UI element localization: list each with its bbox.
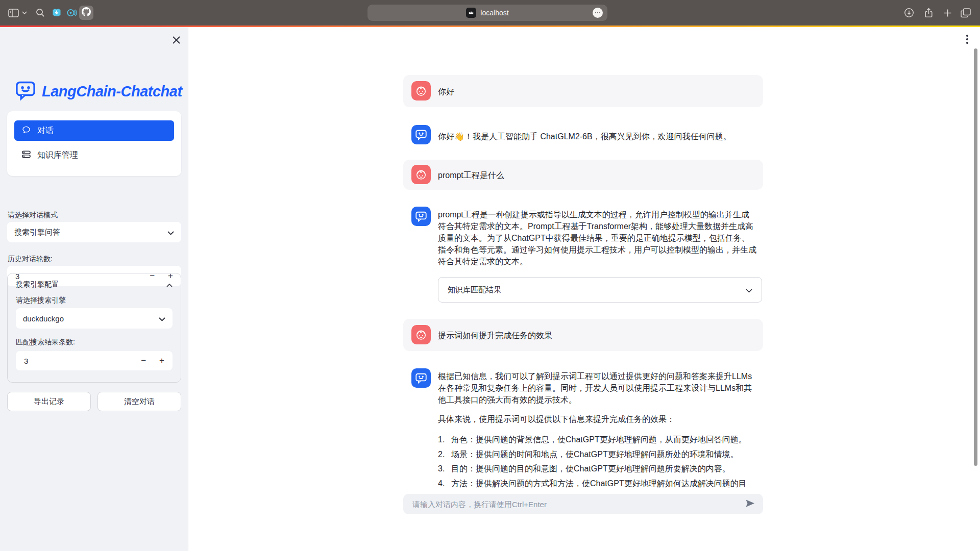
app-logo: LangChain-Chatchat: [14, 80, 182, 103]
search-engine-label: 请选择搜索引擎: [16, 296, 66, 305]
user-avatar-icon: [411, 81, 431, 101]
message-paragraph: 具体来说，使用提示词可以提供以下信息来提升完成任务的效果：: [438, 413, 757, 425]
list-item-number: 3.: [438, 463, 451, 474]
expander-title: 搜索引擎配置: [16, 280, 59, 289]
extension-download-button[interactable]: [50, 0, 63, 26]
expander-header[interactable]: 搜索引擎配置: [8, 273, 181, 296]
browser-window: localhost: [0, 0, 980, 551]
search-engine-value: duckduckgo: [23, 314, 64, 323]
search-button[interactable]: [34, 0, 47, 26]
send-icon: [745, 499, 755, 509]
search-engine-config-expander: 搜索引擎配置 请选择搜索引擎 duckduckgo 匹配搜索结果条数: 3 − …: [7, 273, 181, 383]
dialogue-mode-value: 搜索引擎问答: [14, 228, 60, 237]
chat-input-area: [188, 489, 980, 551]
tab-overview-icon: [961, 8, 971, 18]
logo-text: LangChain-Chatchat: [42, 83, 182, 100]
chat-input[interactable]: [411, 499, 740, 509]
message-text: prompt工程是一种创建提示或指导以生成文本的过程，允许用户控制模型的输出并生…: [438, 209, 757, 267]
send-button[interactable]: [745, 499, 755, 509]
tab-overview-button[interactable]: [959, 0, 973, 26]
sidebar-toggle-icon: [8, 9, 19, 17]
dialogue-mode-label: 请选择对话模式: [8, 211, 58, 220]
chat-history: 你好 你好👋！我是人工智能助手 ChatGLM2-6B，很高兴见到你，欢迎问我任…: [403, 27, 763, 551]
address-bar[interactable]: localhost: [368, 5, 607, 21]
nav-item-dialogue[interactable]: 对话: [14, 120, 174, 141]
chat-bubble-icon: [21, 125, 31, 137]
nav-menu: 对话 知识库管理: [7, 111, 181, 176]
extension-download-icon: [52, 8, 62, 18]
list-item-number: 1.: [438, 434, 451, 445]
search-engine-select[interactable]: duckduckgo: [16, 308, 173, 329]
new-tab-icon: [943, 9, 952, 17]
expander-label: 知识库匹配结果: [448, 285, 501, 295]
chat-input-box[interactable]: [403, 494, 763, 514]
chevron-down-icon: [22, 11, 27, 14]
share-icon: [924, 8, 934, 18]
dialogue-mode-select[interactable]: 搜索引擎问答: [7, 222, 181, 242]
kb-match-results-expander[interactable]: 知识库匹配结果: [438, 277, 762, 303]
sidebar-toggle-button[interactable]: [7, 0, 19, 26]
user-avatar-icon: [411, 165, 431, 184]
list-item-number: 2.: [438, 448, 451, 460]
user-message: 你好: [403, 75, 763, 107]
clear-dialogue-button[interactable]: 清空对话: [97, 392, 181, 411]
knowledge-base-icon: [21, 149, 31, 161]
chat-main: 你好 你好👋！我是人工智能助手 ChatGLM2-6B，很高兴见到你，欢迎问我任…: [188, 27, 980, 551]
message-text: prompt工程是什么: [438, 169, 757, 181]
match-results-label: 匹配搜索结果条数:: [16, 338, 75, 347]
export-records-button[interactable]: 导出记录: [7, 392, 91, 411]
match-results-input[interactable]: 3 − +: [16, 351, 173, 370]
new-tab-button[interactable]: [941, 0, 954, 26]
list-item: 2. 场景：提供问题的时间和地点，使ChatGPT更好地理解问题所处的环境和情境…: [438, 448, 757, 460]
github-extension-button[interactable]: [79, 6, 93, 20]
message-text: 提示词如何提升完成任务的效果: [438, 329, 757, 341]
github-icon: [82, 7, 91, 18]
list-item: 3. 目的：提供问题的目的和意图，使ChatGPT更好地理解问题所要解决的内容。: [438, 463, 757, 474]
assistant-message: 你好👋！我是人工智能助手 ChatGLM2-6B，很高兴见到你，欢迎问我任何问题…: [403, 122, 763, 151]
app-sidebar: LangChain-Chatchat 对话 知识库管理 请选择对话模式 搜索引擎…: [0, 27, 188, 551]
match-results-value: 3: [24, 357, 28, 365]
nav-item-label: 知识库管理: [37, 150, 78, 161]
nav-item-label: 对话: [37, 126, 54, 136]
chevron-up-icon: [166, 281, 173, 289]
sidebar-chevron-button[interactable]: [21, 0, 28, 26]
app-menu-button[interactable]: [963, 34, 972, 46]
chevron-down-icon: [746, 286, 752, 294]
user-message: prompt工程是什么: [403, 160, 763, 190]
assistant-avatar-icon: [411, 368, 431, 388]
nav-item-knowledge-base[interactable]: 知识库管理: [14, 144, 174, 166]
search-icon: [36, 8, 45, 17]
browser-toolbar: localhost: [0, 0, 980, 26]
chevron-down-icon: [167, 228, 174, 237]
user-message: 提示词如何提升完成任务的效果: [403, 319, 763, 351]
list-item-text: 目的：提供问题的目的和意图，使ChatGPT更好地理解问题所要解决的内容。: [451, 463, 730, 474]
message-text: 你好👋！我是人工智能助手 ChatGLM2-6B，很高兴见到你，欢迎问我任何问题…: [438, 131, 757, 142]
url-text: localhost: [480, 9, 508, 17]
scrollbar-thumb[interactable]: [974, 48, 977, 466]
share-button[interactable]: [922, 0, 935, 26]
sidebar-close-button[interactable]: [170, 35, 182, 46]
assistant-avatar-icon: [411, 207, 431, 226]
download-icon: [904, 8, 914, 18]
downloads-button[interactable]: [902, 0, 916, 26]
assistant-avatar-icon: [411, 125, 431, 144]
logo-chat-icon: [14, 80, 37, 103]
increment-button[interactable]: +: [159, 356, 164, 366]
history-rounds-label: 历史对话轮数:: [8, 255, 53, 264]
list-item: 1. 角色：提供问题的背景信息，使ChatGPT更好地理解问题，从而更好地回答问…: [438, 434, 757, 445]
site-favicon: [466, 8, 476, 18]
sidebar-actions: 导出记录 清空对话: [7, 392, 181, 411]
extension-ring-button[interactable]: [65, 0, 78, 26]
assistant-message: prompt工程是一种创建提示或指导以生成文本的过程，允许用户控制模型的输出并生…: [403, 207, 763, 304]
list-item-text: 场景：提供问题的时间和地点，使ChatGPT更好地理解问题所处的环境和情境。: [451, 448, 739, 460]
extension-ring-icon: [66, 8, 77, 18]
close-icon: [172, 38, 181, 46]
message-text: 你好: [438, 85, 757, 97]
message-paragraph: 根据已知信息，我们可以了解到提示词工程可以通过提供更好的问题和答案来提升LLMs…: [438, 370, 757, 406]
page-settings-button[interactable]: [593, 8, 603, 18]
chevron-down-icon: [159, 314, 165, 323]
list-item-text: 角色：提供问题的背景信息，使ChatGPT更好地理解问题，从而更好地回答问题。: [451, 434, 747, 445]
user-avatar-icon: [411, 325, 431, 344]
decrement-button[interactable]: −: [141, 356, 146, 366]
